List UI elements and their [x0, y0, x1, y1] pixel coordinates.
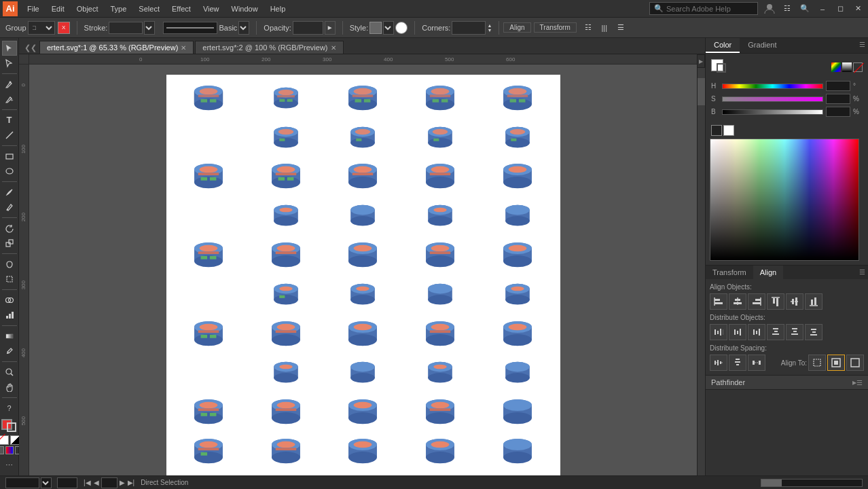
corners-input[interactable]: [452, 21, 486, 35]
gradient-mode-btn[interactable]: [5, 446, 14, 454]
b-input[interactable]: [826, 107, 850, 117]
tab-collapse-btn[interactable]: ❮❮: [22, 42, 39, 54]
profile-icon[interactable]: [762, 1, 777, 16]
first-page-btn[interactable]: |◀: [83, 479, 92, 486]
spectrum-icon[interactable]: [831, 62, 841, 72]
tool-gradient[interactable]: [2, 329, 17, 344]
align-left-btn[interactable]: [710, 293, 727, 310]
dist-center-v-btn[interactable]: [786, 324, 803, 340]
tool-pen[interactable]: [2, 77, 17, 92]
tab-1-close[interactable]: ✕: [181, 44, 186, 52]
dist-left-btn[interactable]: [710, 324, 727, 340]
tool-rotate[interactable]: [2, 221, 17, 236]
menu-view[interactable]: View: [198, 3, 225, 14]
tab-1[interactable]: ertert.svg*:1 @ 65.33 % (RGB/Preview) ✕: [39, 41, 194, 54]
color-spectrum[interactable]: [710, 139, 859, 261]
stroke-type-select[interactable]: [238, 21, 249, 35]
align-to-artboard-btn[interactable]: [846, 355, 864, 371]
tool-type[interactable]: T: [2, 113, 17, 128]
pathfinder-menu[interactable]: ☰: [856, 379, 863, 386]
align-tab[interactable]: Align: [753, 266, 783, 279]
tool-scale[interactable]: [2, 236, 17, 251]
zoom-input[interactable]: 65.33%: [5, 477, 39, 488]
right-scrollbar[interactable]: [697, 65, 705, 475]
tool-direct-select[interactable]: [2, 56, 17, 71]
tool-paintbrush[interactable]: [2, 185, 17, 200]
dist-top-btn[interactable]: [767, 324, 784, 340]
h-input[interactable]: [826, 81, 850, 91]
menu-type[interactable]: Type: [105, 3, 132, 14]
menu-edit[interactable]: Edit: [46, 3, 70, 14]
dist-center-h-btn[interactable]: [729, 324, 746, 340]
canvas-scroll[interactable]: [29, 65, 697, 475]
status-scroll-track[interactable]: [761, 479, 863, 487]
tool-free-transform[interactable]: [2, 272, 17, 287]
dist-v-space-btn[interactable]: [729, 355, 746, 371]
color-tab[interactable]: Color: [706, 38, 740, 53]
tool-eyedropper[interactable]: [2, 344, 17, 359]
white-swatch[interactable]: [723, 125, 734, 136]
next-page-btn[interactable]: ▶: [119, 479, 126, 486]
arrange-icon[interactable]: ☷: [780, 1, 795, 16]
dist-h-space-btn[interactable]: [710, 355, 727, 371]
style-select[interactable]: [383, 21, 394, 35]
opacity-expand-btn[interactable]: ►: [325, 21, 336, 35]
color-mode-btn[interactable]: [0, 446, 4, 454]
fill-color-indicator[interactable]: X: [58, 22, 70, 34]
tool-hand[interactable]: [2, 380, 17, 395]
maximize-icon[interactable]: ◻: [833, 1, 848, 16]
dist-right-btn[interactable]: [748, 324, 765, 340]
menu-effect[interactable]: Effect: [166, 3, 196, 14]
tool-add-anchor[interactable]: +: [2, 92, 17, 107]
align-top-btn[interactable]: [767, 293, 784, 310]
search-bar[interactable]: 🔍: [649, 2, 758, 15]
menu-file[interactable]: File: [22, 3, 45, 14]
gradient-tab[interactable]: Gradient: [740, 38, 784, 53]
align-center-h-btn[interactable]: [729, 293, 746, 310]
dist-h-gap-btn[interactable]: [748, 355, 765, 371]
stroke-weight-input[interactable]: [109, 22, 143, 34]
last-page-btn[interactable]: ▶|: [127, 479, 136, 486]
transform-tab[interactable]: Transform: [706, 266, 753, 279]
align-to-canvas-btn[interactable]: [827, 355, 845, 371]
tool-warp[interactable]: [2, 257, 17, 272]
b-slider[interactable]: [722, 109, 823, 115]
align-btn[interactable]: Align: [503, 22, 530, 33]
default-colors-btn[interactable]: [10, 435, 20, 445]
align-center-v-btn[interactable]: [786, 293, 803, 310]
prev-page-btn[interactable]: ◀: [93, 479, 100, 486]
tool-question[interactable]: ?: [2, 401, 17, 416]
stroke-swatch[interactable]: [7, 422, 16, 432]
columns-btn[interactable]: |||: [597, 20, 612, 35]
tab-2[interactable]: ertert.svg*:2 @ 100 % (RGB/Preview) ✕: [195, 41, 343, 54]
transform-btn[interactable]: Transform: [534, 22, 577, 33]
tool-pencil[interactable]: [2, 200, 17, 215]
align-panel-menu[interactable]: ☰: [856, 266, 868, 279]
tool-shape-builder[interactable]: [2, 293, 17, 308]
menu-object[interactable]: Object: [71, 3, 104, 14]
opacity-input[interactable]: 100%: [293, 21, 323, 35]
dist-bottom-btn[interactable]: [805, 324, 822, 340]
tool-rectangle[interactable]: [2, 149, 17, 164]
fill-stroke-icons[interactable]: [711, 59, 730, 75]
black-swatch[interactable]: [711, 125, 722, 136]
grayscale-icon[interactable]: [842, 62, 852, 72]
menu-btn[interactable]: ☰: [613, 20, 628, 35]
group-select[interactable]: □: [28, 21, 55, 35]
s-input[interactable]: [826, 94, 850, 104]
none-icon[interactable]: [853, 62, 863, 72]
tool-ellipse[interactable]: [2, 164, 17, 179]
s-slider[interactable]: [722, 96, 823, 102]
right-scroll-thumb[interactable]: [698, 78, 705, 105]
none-swatch[interactable]: [0, 435, 9, 445]
search-icon-2[interactable]: 🔍: [797, 1, 812, 16]
menu-select[interactable]: Select: [133, 3, 165, 14]
rotation-input[interactable]: 0°: [57, 477, 77, 488]
search-input[interactable]: [666, 5, 748, 13]
tool-zoom[interactable]: [2, 365, 17, 380]
stroke-select[interactable]: [144, 21, 155, 35]
align-bottom-btn[interactable]: [805, 293, 822, 310]
panel-collapse-btn[interactable]: ▶: [697, 54, 705, 68]
zoom-select[interactable]: ▼: [41, 477, 52, 488]
tool-select-arrow[interactable]: [2, 41, 17, 56]
